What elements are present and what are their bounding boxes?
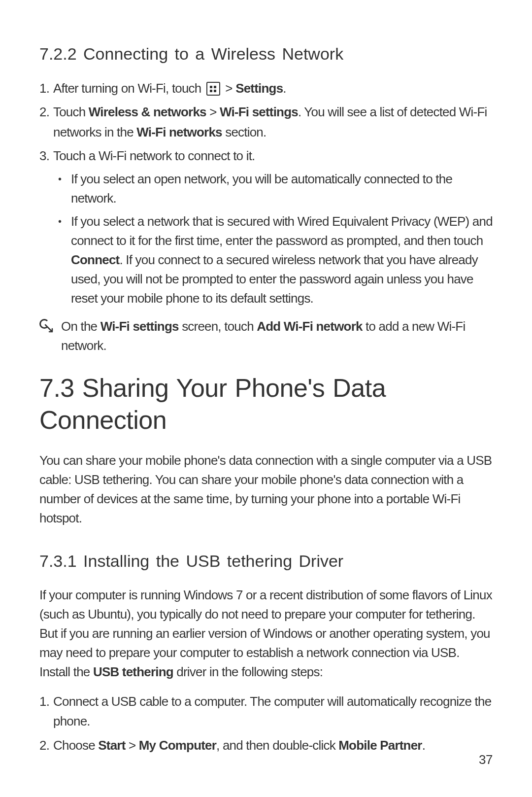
heading-722: 7.2.2 Connecting to a Wireless Network [39,44,493,64]
page-number: 37 [479,752,493,767]
sub-bullet: • If you select an open network, you wil… [58,170,493,208]
heading-73: 7.3 Sharing Your Phone's Data Connection [39,372,493,436]
apps-icon [206,82,220,96]
list-item: 1. After turning on Wi-Fi, touch > Setti… [39,78,493,98]
list-item: 3. Touch a Wi-Fi network to connect to i… [39,146,493,166]
bullet-mark: • [58,212,71,308]
list-number: 1. [39,692,53,711]
list-content: Touch a Wi-Fi network to connect to it. [53,146,493,166]
list-number: 2. [39,735,53,755]
bullet-content: If you select an open network, you will … [71,170,493,208]
list-content: Choose Start > My Computer, and then dou… [53,735,493,755]
list-item: 2. Touch Wireless & networks > Wi-Fi set… [39,102,493,142]
list-content: After turning on Wi-Fi, touch > Settings… [53,78,493,98]
bullet-content: If you select a network that is secured … [71,212,493,308]
bullet-mark: • [58,170,71,208]
note: On the Wi-Fi settings screen, touch Add … [39,317,493,355]
sub-bullet: • If you select a network that is secure… [58,212,493,308]
list-number: 2. [39,102,53,122]
note-icon [39,318,57,334]
list-content: Touch Wireless & networks > Wi-Fi settin… [53,102,493,142]
note-content: On the Wi-Fi settings screen, touch Add … [61,317,493,355]
list-item: 2. Choose Start > My Computer, and then … [39,735,493,755]
list-content: Connect a USB cable to a computer. The c… [53,692,493,731]
list-item: 1. Connect a USB cable to a computer. Th… [39,692,493,731]
list-number: 3. [39,146,53,166]
heading-731: 7.3.1 Installing the USB tethering Drive… [39,552,493,571]
list-number: 1. [39,78,53,98]
paragraph: You can share your mobile phone's data c… [39,451,493,528]
paragraph: If your computer is running Windows 7 or… [39,586,493,682]
